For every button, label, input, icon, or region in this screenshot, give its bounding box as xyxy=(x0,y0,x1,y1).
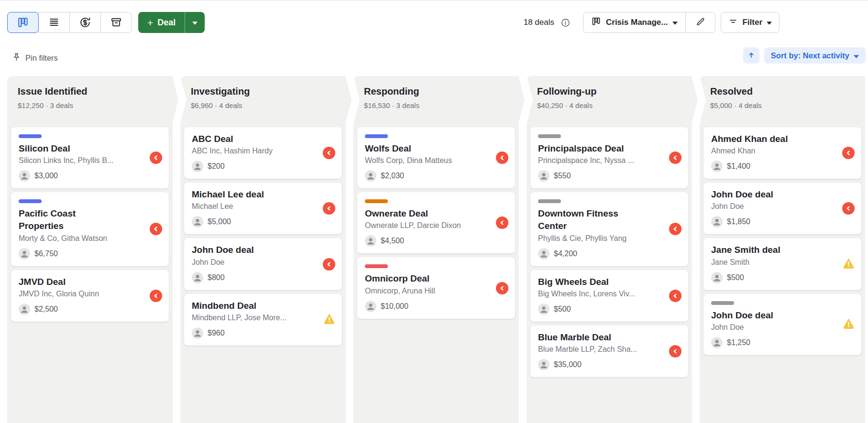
deal-footer: $200 xyxy=(192,161,334,172)
sort-by-label: Sort by: Next activity xyxy=(771,51,849,60)
deal-card[interactable]: Michael Lee deal Michael Lee $5,000 xyxy=(184,183,342,234)
deal-parties: John Doe xyxy=(711,323,854,332)
person-icon xyxy=(192,327,203,339)
stage-card-list: Wolfs Deal Wolfs Corp, Dina Matteus $2,0… xyxy=(353,124,519,423)
deal-title: Principalspace Deal xyxy=(538,142,636,155)
stage-card-list: Ahmed Khan deal Ahmed Khan $1,400 John D… xyxy=(700,124,865,423)
deal-footer: $4,200 xyxy=(538,248,681,260)
deal-value: $10,000 xyxy=(381,302,408,311)
pipeline-selector[interactable]: Crisis Manage... xyxy=(583,12,685,33)
deal-value: $35,000 xyxy=(554,360,582,369)
stage-card-list: ABC Deal ABC Inc, Hashim Hardy $200 Mich… xyxy=(180,124,346,423)
deal-title: Blue Marble Deal xyxy=(538,331,636,344)
deal-value: $1,850 xyxy=(727,217,750,226)
deal-card[interactable]: JMVD Deal JMVD Inc, Gloria Quinn $2,500 xyxy=(11,270,169,322)
edit-pipeline-button[interactable] xyxy=(685,12,715,33)
deal-parties: Omnicorp, Aruna Hill xyxy=(365,287,507,295)
stage-header: Responding $16,530 · 3 deals xyxy=(353,76,525,124)
deal-card[interactable]: Omnicorp Deal Omnicorp, Aruna Hill $10,0… xyxy=(357,257,515,318)
deal-footer: $500 xyxy=(711,272,854,283)
deal-parties: Jane Smith xyxy=(711,258,854,267)
forecast-view-button[interactable] xyxy=(69,12,101,33)
deal-card[interactable]: John Doe deal John Doe $1,850 xyxy=(703,183,861,234)
person-icon xyxy=(19,248,30,260)
deal-title: ABC Deal xyxy=(192,133,290,145)
deal-card[interactable]: Ahmed Khan deal Ahmed Khan $1,400 xyxy=(703,127,861,179)
deal-footer: $500 xyxy=(538,304,681,315)
pipeline-stage-column: Issue Identified $12,250 · 3 deals Silic… xyxy=(7,76,173,423)
deal-parties: Big Wheels Inc, Lorens Viv... xyxy=(538,290,681,298)
kanban-view-icon xyxy=(17,16,29,29)
person-icon xyxy=(19,170,30,182)
list-view-button[interactable] xyxy=(38,12,70,33)
overdue-arrow-icon xyxy=(323,147,335,159)
pipeline-stage-column: Following-up $40,250 · 4 deals Principal… xyxy=(527,76,692,423)
deal-card[interactable]: John Doe deal John Doe $800 xyxy=(184,238,342,290)
deal-title: Ahmed Khan deal xyxy=(711,133,809,145)
person-icon xyxy=(192,161,203,172)
pin-filters-button[interactable]: Pin filters xyxy=(12,50,58,66)
person-icon xyxy=(19,304,30,315)
deal-card[interactable]: Pacific Coast Properties Morty & Co, Git… xyxy=(11,192,169,266)
deal-card[interactable]: Downtown Fitness Center Phyllis & Cie, P… xyxy=(530,192,688,266)
deal-card[interactable]: Jane Smith deal Jane Smith $500 xyxy=(703,238,861,290)
overdue-arrow-icon xyxy=(496,152,508,164)
deal-card[interactable]: Ownerate Deal Ownerate LLP, Darcie Dixon… xyxy=(357,192,515,253)
deal-title: JMVD Deal xyxy=(19,276,117,288)
deal-card[interactable]: Big Wheels Deal Big Wheels Inc, Lorens V… xyxy=(530,270,688,322)
deal-card[interactable]: ABC Deal ABC Inc, Hashim Hardy $200 xyxy=(184,127,342,179)
deal-label xyxy=(19,134,42,138)
overdue-arrow-icon xyxy=(150,290,162,302)
info-icon[interactable] xyxy=(560,18,571,28)
caret-down-icon xyxy=(672,18,678,27)
deal-card[interactable]: John Doe deal John Doe $1,250 xyxy=(703,294,861,355)
deal-value: $800 xyxy=(208,273,225,282)
deal-label xyxy=(538,199,561,203)
archive-view-button[interactable] xyxy=(100,12,132,33)
kanban-view-button[interactable] xyxy=(7,12,39,33)
overdue-arrow-icon xyxy=(669,223,681,235)
deal-value: $2,500 xyxy=(34,305,58,314)
overdue-arrow-icon xyxy=(150,152,162,164)
person-icon xyxy=(711,216,723,228)
deal-card[interactable]: Silicon Deal Silicon Links Inc, Phyllis … xyxy=(11,127,169,188)
deal-value: $500 xyxy=(554,305,571,314)
stage-stats: $12,250 · 3 deals xyxy=(18,101,168,109)
deal-parties: Michael Lee xyxy=(192,202,334,211)
warning-icon xyxy=(843,317,855,331)
deal-label xyxy=(538,134,561,138)
deal-card[interactable]: Blue Marble Deal Blue Marble LLP, Zach S… xyxy=(530,325,688,377)
stage-stats: $6,960 · 4 deals xyxy=(191,101,341,109)
deal-footer: $3,000 xyxy=(19,170,161,182)
add-deal-main-button[interactable]: + Deal xyxy=(138,12,185,33)
deal-card[interactable]: Principalspace Deal Principalspace Inc, … xyxy=(530,127,688,188)
deal-value: $4,200 xyxy=(554,249,577,258)
stage-stats: $40,250 · 4 deals xyxy=(537,101,687,109)
board: Issue Identified $12,250 · 3 deals Silic… xyxy=(0,76,868,423)
deal-parties: Ahmed Khan xyxy=(711,147,854,155)
person-icon xyxy=(538,170,549,182)
filter-button[interactable]: Filter xyxy=(721,12,780,33)
caret-down-icon xyxy=(854,51,859,60)
overdue-arrow-icon xyxy=(496,282,508,294)
pipeline-name: Crisis Manage... xyxy=(606,18,668,27)
deal-footer: $2,030 xyxy=(365,170,507,182)
warning-icon xyxy=(843,257,855,271)
pipeline-stage-column: Resolved $5,000 · 4 deals Ahmed Khan dea… xyxy=(700,76,865,423)
sort-by-button[interactable]: Sort by: Next activity xyxy=(764,47,866,64)
toolbar: + Deal 18 deals Crisis Manage... xyxy=(0,0,868,44)
person-icon xyxy=(538,248,549,260)
pin-icon xyxy=(12,53,21,64)
deal-card[interactable]: Wolfs Deal Wolfs Corp, Dina Matteus $2,0… xyxy=(357,127,515,188)
add-deal-dropdown-button[interactable] xyxy=(185,12,205,33)
overdue-arrow-icon xyxy=(150,223,162,235)
deal-value: $2,030 xyxy=(381,172,404,180)
stage-stats: $5,000 · 4 deals xyxy=(710,101,855,109)
deal-parties: Silicon Links Inc, Phyllis B... xyxy=(19,156,161,165)
deal-parties: Mindbend LLP, Jose More... xyxy=(192,314,334,322)
deal-value: $5,000 xyxy=(208,217,231,226)
sort-direction-button[interactable] xyxy=(743,47,759,64)
deal-card[interactable]: Mindbend Deal Mindbend LLP, Jose More...… xyxy=(184,294,342,346)
person-icon xyxy=(538,304,549,315)
deal-title: Downtown Fitness Center xyxy=(538,207,636,232)
